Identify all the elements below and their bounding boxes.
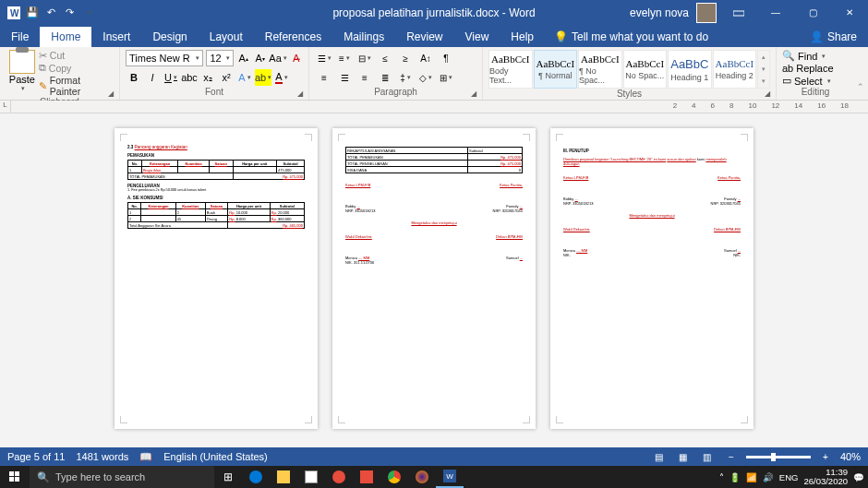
replace-button[interactable]: abReplace [782,63,834,74]
read-mode-button[interactable]: ▤ [650,449,669,464]
superscript-button[interactable]: x² [218,69,235,86]
tab-references[interactable]: References [254,27,332,47]
chrome-app-icon[interactable] [380,466,408,488]
format-painter-button[interactable]: ✎Format Painter [39,75,114,97]
tab-help[interactable]: Help [500,27,545,47]
tab-insert[interactable]: Insert [91,27,141,47]
zoom-out-button[interactable]: − [722,449,741,464]
ribbon-options-icon[interactable] [724,0,753,25]
style-heading-2[interactable]: AaBbCcIHeading 2 [713,50,757,89]
bold-button[interactable]: B [126,69,142,86]
settings-app-icon[interactable] [325,466,353,488]
find-button[interactable]: 🔍Find▾ [782,50,834,62]
style-heading-1[interactable]: AaBbCHeading 1 [668,50,712,89]
tab-home[interactable]: Home [40,27,91,47]
snip-app-icon[interactable] [353,466,380,488]
copy-button[interactable]: ⧉Copy [39,62,114,74]
font-launcher-icon[interactable]: ◢ [297,89,307,99]
share-button[interactable]: 👤Share [799,27,868,47]
notifications-icon[interactable]: 💬 [853,472,864,482]
maximize-button[interactable]: ▢ [798,0,827,25]
shrink-font-button[interactable]: A▾ [253,50,267,66]
align-left-button[interactable]: ≡ [315,69,333,86]
proofing-icon[interactable]: 📖 [139,451,152,463]
underline-button[interactable]: U▾ [163,69,179,86]
tab-file[interactable]: File [0,27,40,47]
line-spacing-button[interactable]: ‡▾ [396,69,415,86]
strikethrough-button[interactable]: abc [181,69,198,86]
style-no-spacing-2[interactable]: AaBbCcINo Spac... [623,50,668,89]
undo-icon[interactable]: ↶ [44,6,57,19]
word-app-icon[interactable]: W [436,466,464,488]
decrease-indent-button[interactable]: ≤ [376,50,394,66]
justify-button[interactable]: ≣ [376,69,394,86]
sort-button[interactable]: A↕ [416,50,435,66]
start-button[interactable] [0,466,30,488]
close-button[interactable]: ✕ [835,0,864,25]
zoom-in-button[interactable]: + [816,449,835,464]
zoom-level[interactable]: 40% [840,451,861,462]
tab-mailings[interactable]: Mailings [332,27,395,47]
paste-button[interactable]: Paste ▾ [6,50,39,97]
style-normal[interactable]: AaBbCcI¶ Normal [534,50,578,89]
tab-design[interactable]: Design [141,27,198,47]
document-page[interactable]: REKAPITULASI ANGGARANSubtotal TOTAL PEMA… [332,128,536,429]
avatar[interactable] [696,3,717,23]
document-page[interactable]: III. PENUTUP Demikian proposal kegiatan … [550,128,753,429]
document-page[interactable]: 2.3 Rancang anggaran Kegiatan PEMASUKAN … [115,128,318,429]
minimize-button[interactable]: — [761,0,790,25]
paste-dropdown-icon[interactable]: ▾ [21,85,25,92]
task-view-button[interactable]: ⊞ [214,466,242,488]
align-right-button[interactable]: ≡ [356,69,374,86]
explorer-app-icon[interactable] [270,466,297,488]
font-name-select[interactable]: Times New R▾ [126,50,203,66]
save-icon[interactable]: 💾 [26,6,39,19]
horizontal-ruler[interactable]: 2 4 6 8 10 12 14 16 18 [672,101,850,111]
shading-button[interactable]: ◇▾ [416,69,435,86]
web-layout-button[interactable]: ▥ [698,449,717,464]
clipboard-launcher-icon[interactable]: ◢ [108,89,117,99]
grow-font-button[interactable]: A▴ [236,50,250,66]
print-layout-button[interactable]: ▦ [674,449,693,464]
taskbar-search[interactable]: 🔍Type here to search [30,466,214,488]
volume-icon[interactable]: 🔊 [763,472,774,482]
borders-button[interactable]: ⊞▾ [437,69,455,86]
collapse-ribbon-icon[interactable]: ⌃ [857,82,864,91]
font-color-button[interactable]: A▾ [273,69,290,86]
zoom-slider[interactable] [746,456,811,458]
styles-launcher-icon[interactable]: ◢ [765,89,774,99]
multilevel-button[interactable]: ⊟▾ [356,50,374,66]
tab-layout[interactable]: Layout [199,27,254,47]
clear-formatting-button[interactable]: A̶ [289,50,303,66]
increase-indent-button[interactable]: ≥ [396,50,415,66]
select-button[interactable]: ▭Select▾ [782,75,834,87]
numbering-button[interactable]: ≡▾ [335,50,354,66]
show-marks-button[interactable]: ¶ [437,50,455,66]
page-counter[interactable]: Page 5 of 11 [7,451,65,462]
qat-customize-icon[interactable]: ▾ [83,6,96,19]
subscript-button[interactable]: x₂ [199,69,216,86]
style-body-text[interactable]: AaBbCcIBody Text... [488,50,533,89]
paragraph-launcher-icon[interactable]: ◢ [471,89,480,99]
tab-view[interactable]: View [454,27,500,47]
word-counter[interactable]: 1481 words [76,451,128,462]
font-size-select[interactable]: 12▾ [206,50,234,66]
style-no-spacing[interactable]: AaBbCcI¶ No Spac... [578,50,622,89]
italic-button[interactable]: I [144,69,161,86]
align-center-button[interactable]: ☰ [335,69,354,86]
battery-icon[interactable]: 🔋 [729,472,741,482]
bullets-button[interactable]: ☰▾ [315,50,333,66]
user-name[interactable]: evelyn nova [630,6,689,19]
language-status[interactable]: English (United States) [163,451,268,462]
text-effects-button[interactable]: A▾ [236,69,253,86]
redo-icon[interactable]: ↷ [63,6,76,19]
system-clock[interactable]: 11:3926/03/2020 [803,468,848,486]
wifi-icon[interactable]: 📶 [746,472,757,482]
tell-me-search[interactable]: 💡Tell me what you want to do [545,27,717,47]
firefox-app-icon[interactable] [408,466,436,488]
document-area[interactable]: 2.3 Rancang anggaran Kegiatan PEMASUKAN … [0,113,868,447]
tab-review[interactable]: Review [395,27,453,47]
styles-more-button[interactable]: ▴▾▾ [757,50,770,89]
change-case-button[interactable]: Aa▾ [270,50,286,66]
language-indicator[interactable]: ENG [779,472,799,482]
